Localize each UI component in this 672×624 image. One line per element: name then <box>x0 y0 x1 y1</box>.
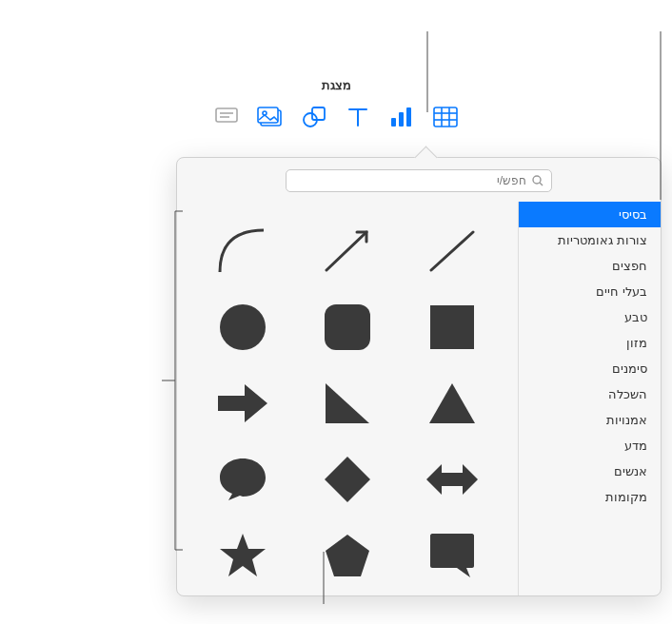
shape-arrow-right[interactable] <box>194 367 291 439</box>
search-field[interactable] <box>294 174 526 187</box>
svg-line-21 <box>431 232 473 270</box>
svg-marker-27 <box>429 383 475 423</box>
chart-icon[interactable] <box>388 104 415 130</box>
svg-rect-23 <box>325 304 370 350</box>
category-basic[interactable]: בסיסי <box>519 202 661 227</box>
text-icon[interactable] <box>345 104 371 130</box>
shape-right-triangle[interactable] <box>299 367 396 439</box>
shapes-grid <box>177 202 518 595</box>
shape-double-arrow[interactable] <box>404 443 501 516</box>
category-nature[interactable]: טבע <box>519 304 661 330</box>
svg-rect-13 <box>258 107 278 123</box>
svg-rect-7 <box>406 107 411 127</box>
svg-point-18 <box>533 176 541 184</box>
category-animals[interactable]: בעלי חיים <box>519 279 661 304</box>
shape-pentagon[interactable] <box>299 519 396 592</box>
window-title: מצגת <box>0 78 672 92</box>
category-science[interactable]: מדע <box>519 433 661 458</box>
svg-line-20 <box>326 232 366 270</box>
category-symbols[interactable]: סימנים <box>519 356 661 381</box>
category-geometric[interactable]: צורות גאומטריות <box>519 227 661 253</box>
svg-rect-24 <box>430 305 474 349</box>
search-input[interactable] <box>286 169 552 192</box>
shape-curve[interactable] <box>194 215 291 287</box>
svg-rect-0 <box>434 107 457 127</box>
search-icon <box>532 175 544 186</box>
shape-circle[interactable] <box>194 291 291 363</box>
shapes-popover: בסיסי צורות גאומטריות חפצים בעלי חיים טב… <box>176 157 662 596</box>
category-people[interactable]: אנשים <box>519 458 661 484</box>
comment-icon[interactable] <box>213 104 240 130</box>
svg-rect-15 <box>216 108 237 122</box>
svg-marker-26 <box>326 383 369 423</box>
table-icon[interactable] <box>432 104 459 130</box>
shape-rounded-square[interactable] <box>299 291 396 363</box>
media-icon[interactable] <box>257 104 284 130</box>
svg-point-22 <box>220 304 266 350</box>
shape-callout-square[interactable] <box>404 519 501 592</box>
svg-marker-30 <box>220 534 266 576</box>
shape-arrow-line[interactable] <box>299 215 396 287</box>
svg-rect-5 <box>391 118 396 127</box>
shape-square[interactable] <box>404 291 501 363</box>
category-places[interactable]: מקומות <box>519 484 661 510</box>
shape-triangle[interactable] <box>404 367 501 439</box>
svg-marker-31 <box>326 535 369 576</box>
svg-rect-6 <box>399 112 404 127</box>
shape-speech-bubble[interactable] <box>194 443 291 516</box>
category-objects[interactable]: חפצים <box>519 253 661 279</box>
shape-star[interactable] <box>194 519 291 592</box>
shape-line[interactable] <box>404 215 501 287</box>
shape-diamond[interactable] <box>299 443 396 516</box>
svg-marker-25 <box>218 384 267 422</box>
shape-icon[interactable] <box>301 104 327 130</box>
toolbar <box>213 104 459 130</box>
svg-line-19 <box>540 183 543 185</box>
category-arts[interactable]: אמנויות <box>519 407 661 433</box>
svg-marker-28 <box>325 457 370 502</box>
category-education[interactable]: השכלה <box>519 381 661 407</box>
svg-marker-29 <box>426 464 478 495</box>
category-food[interactable]: מזון <box>519 330 661 356</box>
category-list: בסיסי צורות גאומטריות חפצים בעלי חיים טב… <box>518 202 661 595</box>
